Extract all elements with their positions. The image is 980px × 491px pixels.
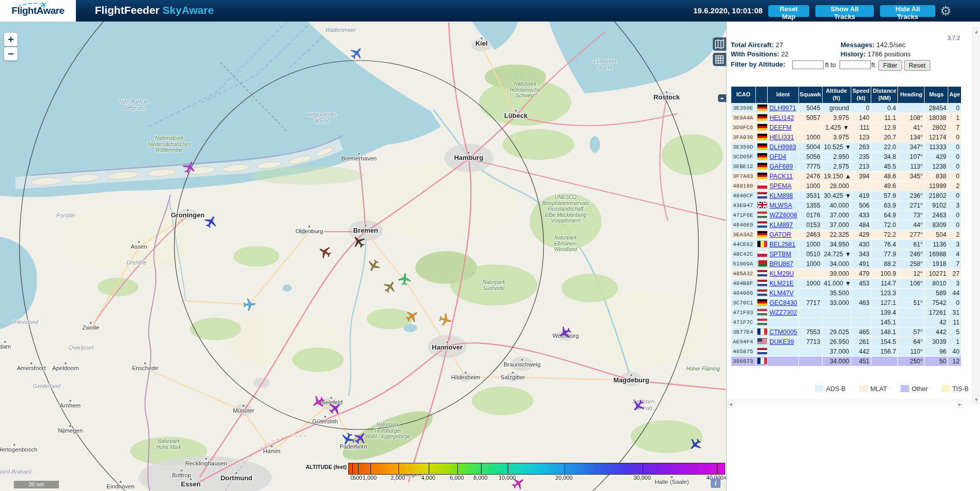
table-row[interactable]: 44CE62BEL2581100034.95043076.461°11363 (731, 240, 961, 249)
layers-button[interactable] (713, 37, 726, 51)
table-row[interactable]: 3E8A4AHELI14250573.97514011.1108°180381 (731, 113, 961, 122)
ident-link[interactable]: KLM21E (769, 280, 793, 287)
scroll-up-arrow[interactable]: ▲ (973, 28, 980, 35)
table-row[interactable]: 471F7C145.14211 (731, 318, 961, 327)
filter-button[interactable]: Filter (878, 60, 902, 71)
column-header[interactable]: Heading (898, 87, 924, 103)
aircraft-marker[interactable] (629, 396, 648, 415)
column-header[interactable] (756, 87, 767, 103)
ident-link[interactable]: HELI331 (769, 134, 794, 141)
table-row[interactable]: 48587537.000442156.7110°9640 (731, 347, 961, 356)
ident-link[interactable]: GAF689 (769, 163, 793, 170)
ident-link[interactable]: BRU867 (769, 260, 793, 268)
table-row[interactable]: 3FA938HELI33110003.97512320.7134°121740 (731, 133, 961, 142)
column-header[interactable]: Speed(kt) (851, 87, 871, 103)
table-row[interactable]: 471F6EWZZ6008017637.00043364.973°24630 (731, 211, 961, 220)
aircraft-marker[interactable] (381, 278, 399, 296)
table-row[interactable]: 51009ABRU867100034.00049188.2258°19187 (731, 259, 961, 269)
ident-link[interactable]: GATOR (769, 231, 791, 238)
ident-link[interactable]: KLM897 (769, 221, 793, 229)
ident-link[interactable]: PACK11 (769, 173, 792, 180)
table-row[interactable]: 3EBE12GAF68977752.97521345.5113°12380 (731, 162, 961, 171)
ident-link[interactable]: DLH9983 (769, 144, 796, 151)
ident-link[interactable]: WZZ7302 (769, 309, 797, 316)
column-header[interactable]: Altitude(ft) (823, 87, 851, 103)
scroll-left-arrow[interactable]: ◄ (727, 401, 734, 408)
aircraft-marker[interactable] (686, 435, 705, 454)
ident-link[interactable]: KLM29U (769, 270, 794, 277)
table-row[interactable]: 43E947MLWSA135540.00050663.9271°91023 (731, 201, 961, 210)
table-row[interactable]: 489180SPEMA100028.00049.6119992 (731, 181, 961, 191)
ident-link[interactable]: DLH9971 (769, 105, 796, 112)
table-row[interactable]: 484B8FKLM21E100041.000 ▼453114.7106°8010… (731, 279, 961, 288)
column-header[interactable]: Msgs (925, 87, 948, 103)
ident-link[interactable]: SPTBM (769, 251, 791, 258)
table-header-row[interactable]: ICAOIdentSquawkAltitude(ft)Speed(kt)Dist… (731, 87, 961, 103)
grid-button[interactable] (713, 53, 726, 66)
aircraft-marker[interactable] (437, 312, 453, 328)
map[interactable]: WattenmeerKielNaturparkHolsteinischeSchw… (0, 22, 726, 491)
table-row[interactable]: AE04F4DUKE39771326.950261154.564°30391 (731, 337, 961, 346)
aircraft-marker[interactable] (309, 393, 328, 411)
ident-link[interactable]: DUKE39 (769, 338, 794, 345)
table-row[interactable]: 3CD05FGFD450562.95023534.8107°4290 (731, 152, 961, 161)
table-row[interactable]: 4840E0KLM897015337.00048472.044°83090 (731, 220, 961, 230)
scroll-right-arrow[interactable]: ► (956, 401, 964, 408)
settings-gear-icon[interactable]: ⚙ (940, 2, 951, 19)
version-link[interactable]: 3.7.2 (948, 35, 960, 41)
aircraft-marker[interactable] (202, 213, 220, 231)
table-row[interactable]: 3D0FC6DEEFM1.425 ▼11112.941°28027 (731, 123, 961, 132)
show-all-tracks-button[interactable]: Show All Tracks (815, 5, 874, 17)
reset-filter-button[interactable]: Reset (904, 60, 930, 71)
ident-link[interactable]: SPEMA (769, 182, 791, 190)
vertical-scrollbar[interactable]: ▲ ▼ (972, 28, 980, 404)
zoom-out-button[interactable]: − (4, 47, 17, 60)
column-header[interactable]: Ident (768, 87, 798, 103)
table-row[interactable]: 4840CFKLM898353130.425 ▼41957.9236°21802… (731, 191, 961, 200)
ident-link[interactable]: GEC8430 (769, 299, 797, 306)
aircraft-marker[interactable] (350, 233, 369, 252)
table-row[interactable]: 3C70C1GEC8430771733.000463127.151°75420 (731, 298, 961, 308)
aircraft-marker[interactable] (316, 243, 334, 261)
column-header[interactable]: Age (948, 87, 961, 103)
table-row[interactable]: 48C42CSPTBM051024.725 ▼34377.9246°169884 (731, 250, 961, 259)
aircraft-marker[interactable] (397, 272, 412, 287)
hide-all-tracks-button[interactable]: Hide All Tracks (880, 5, 935, 17)
ident-link[interactable]: DEEFM (769, 124, 791, 131)
aircraft-marker[interactable] (556, 323, 574, 342)
ident-link[interactable]: BEL2581 (769, 241, 795, 248)
ident-link[interactable]: WZZ6008 (769, 212, 797, 219)
aircraft-marker[interactable] (326, 399, 345, 418)
altitude-min-input[interactable] (792, 60, 824, 69)
horizontal-scrollbar[interactable]: ◄ ► (727, 400, 972, 408)
table-row[interactable]: 3B77E4CTM0005755329.025465148.157°4425 (731, 328, 961, 337)
reset-map-button[interactable]: Reset Map (768, 5, 809, 17)
column-header[interactable]: Squawk (799, 87, 822, 103)
ident-link[interactable]: HELI142 (769, 114, 794, 121)
aircraft-marker[interactable] (181, 159, 198, 177)
ident-link[interactable]: KLM47V (769, 290, 793, 297)
aircraft-marker[interactable] (347, 44, 366, 63)
ident-link[interactable]: CTM0005 (769, 329, 797, 336)
scroll-down-arrow[interactable]: ▼ (973, 396, 980, 403)
ident-link[interactable]: MLWSA (769, 202, 792, 209)
table-row[interactable]: 3F7A03PACK11247619.150 ▲39448.6345°8380 (731, 172, 961, 181)
table-row[interactable]: 3EA3A2GATOR246322.32542972.2277°5042 (731, 230, 961, 239)
aircraft-marker[interactable] (242, 297, 256, 312)
flightaware-logo[interactable]: ✈FlightAware (0, 0, 76, 22)
aircraft-marker[interactable] (403, 307, 421, 325)
attribution-info-button[interactable]: i (711, 478, 721, 488)
aircraft-marker[interactable] (351, 429, 370, 448)
column-header[interactable]: Distance(NM) (871, 87, 897, 103)
altitude-max-input[interactable] (839, 60, 871, 69)
table-row[interactable]: 39667334.000451250°5012 (731, 357, 961, 366)
table-row[interactable]: 471F93WZZ7302139.41726131 (731, 308, 961, 317)
aircraft-marker[interactable] (365, 256, 383, 275)
panel-collapse-handle[interactable]: ◂▸ (718, 94, 726, 102)
table-row[interactable]: 3E350EDLH99715045ground00.4284540 (731, 104, 961, 113)
zoom-in-button[interactable]: + (4, 33, 17, 46)
table-row[interactable]: 3E350DDLH9983500410.525 ▼26322.0347°1133… (731, 142, 961, 152)
column-header[interactable]: ICAO (731, 87, 755, 103)
table-row[interactable]: 484966KLM47V35.500123.358944 (731, 289, 961, 298)
ident-link[interactable]: KLM898 (769, 192, 793, 199)
